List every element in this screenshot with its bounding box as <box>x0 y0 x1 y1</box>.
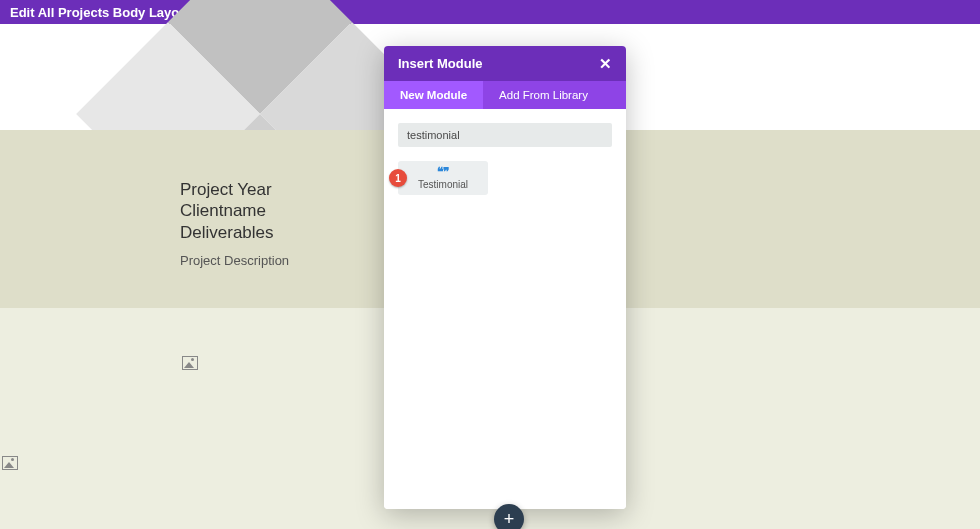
modal-title: Insert Module <box>398 56 483 71</box>
quote-icon: ❝❞ <box>437 166 449 178</box>
module-label: Testimonial <box>418 179 468 190</box>
tab-new-module[interactable]: New Module <box>384 81 483 109</box>
project-description: Project Description <box>180 253 289 268</box>
top-toolbar: Edit All Projects Body Layout <box>0 0 980 24</box>
plus-icon: + <box>504 509 515 530</box>
add-module-button[interactable]: + <box>494 504 524 529</box>
page-title: Edit All Projects Body Layout <box>10 5 192 20</box>
close-icon[interactable]: ✕ <box>599 56 612 71</box>
modal-body: 1 ❝❞ Testimonial <box>384 109 626 509</box>
modal-header: Insert Module ✕ <box>384 46 626 81</box>
module-testimonial[interactable]: 1 ❝❞ Testimonial <box>398 161 488 195</box>
project-info: Project Year Clientname Deliverables Pro… <box>180 179 289 268</box>
module-grid: 1 ❝❞ Testimonial <box>398 161 612 195</box>
module-search-input[interactable] <box>398 123 612 147</box>
modal-tabs: New Module Add From Library <box>384 81 626 109</box>
project-client: Clientname <box>180 200 289 221</box>
step-badge: 1 <box>389 169 407 187</box>
insert-module-modal: Insert Module ✕ New Module Add From Libr… <box>384 46 626 509</box>
page-canvas: Project Year Clientname Deliverables Pro… <box>0 24 980 529</box>
image-placeholder-icon <box>2 456 18 470</box>
tab-add-from-library[interactable]: Add From Library <box>483 81 604 109</box>
project-deliverables: Deliverables <box>180 222 289 243</box>
image-placeholder-icon <box>182 356 198 370</box>
project-year: Project Year <box>180 179 289 200</box>
